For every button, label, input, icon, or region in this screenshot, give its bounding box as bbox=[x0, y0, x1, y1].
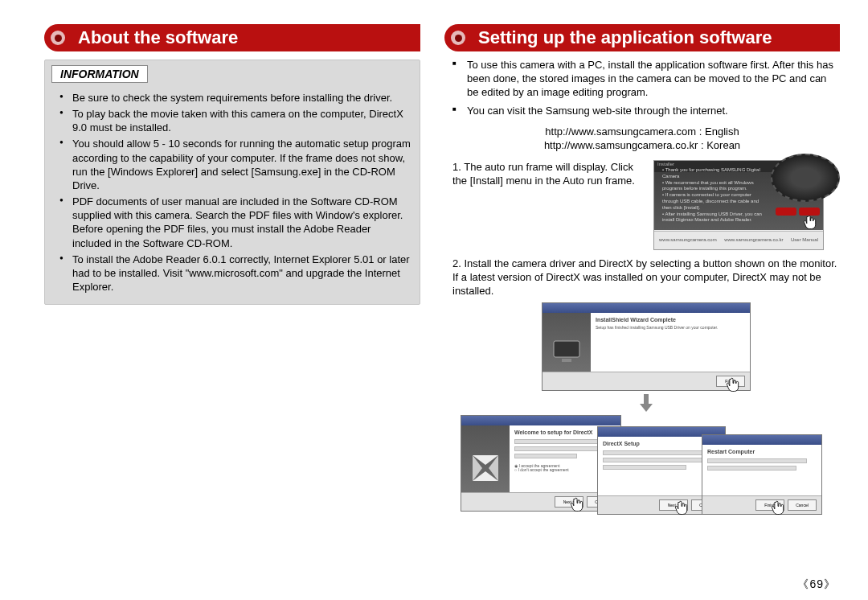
wizard-title: InstallShield Wizard Complete bbox=[596, 316, 745, 323]
info-item: To play back the movie taken with this c… bbox=[64, 107, 411, 134]
left-heading: About the software bbox=[78, 27, 238, 48]
step2-text: Install the camera driver and DirectX by… bbox=[452, 257, 837, 297]
hand-cursor-icon bbox=[674, 499, 690, 517]
arrow-down-icon bbox=[640, 394, 653, 412]
wizard-restart-computer: Restart Computer Finish Cancel bbox=[702, 434, 822, 515]
svg-rect-0 bbox=[554, 341, 579, 357]
installer-footer-right: User Manual bbox=[791, 237, 818, 244]
wizard-installshield-complete: InstallShield Wizard Complete Setup has … bbox=[542, 302, 751, 391]
installer-footer-mid: www.samsungcamera.co.kr bbox=[724, 237, 783, 244]
information-list: Be sure to check the system requirements… bbox=[64, 91, 411, 294]
info-item: Be sure to check the system requirements… bbox=[64, 91, 411, 105]
camera-product-oval bbox=[771, 154, 840, 202]
step-1: 1. The auto run frame will display. Clic… bbox=[452, 160, 840, 250]
url-korean: http://www.samsungcamera.co.kr : Korean bbox=[444, 138, 840, 152]
step1-text: The auto run frame will display. Click t… bbox=[452, 161, 635, 187]
information-box: INFORMATION Be sure to check the system … bbox=[44, 60, 420, 305]
installer-footer-left: www.samsungcamera.com bbox=[659, 237, 717, 244]
hand-cursor-icon bbox=[725, 376, 741, 394]
ribbon-bullet-icon bbox=[51, 31, 65, 45]
right-column: Setting up the application software To u… bbox=[444, 24, 840, 536]
left-heading-ribbon: About the software bbox=[44, 24, 420, 51]
intro-item: You can visit the Samsung web-site throu… bbox=[464, 104, 840, 117]
url-block: http://www.samsungcamera.com : English h… bbox=[444, 125, 840, 152]
intro-list: To use this camera with a PC, install th… bbox=[464, 58, 840, 118]
steps: 1. The auto run frame will display. Clic… bbox=[452, 160, 840, 536]
right-heading: Setting up the application software bbox=[478, 27, 772, 48]
step1-number: 1. bbox=[452, 161, 461, 173]
svg-rect-1 bbox=[562, 359, 571, 362]
right-heading-ribbon: Setting up the application software bbox=[444, 24, 840, 51]
intro-item: To use this camera with a PC, install th… bbox=[464, 58, 840, 99]
info-item: To install the Adobe Reader 6.0.1 correc… bbox=[64, 253, 411, 294]
step-2: 2. Install the camera driver and DirectX… bbox=[452, 257, 840, 298]
information-label: INFORMATION bbox=[51, 65, 148, 83]
wizard-cascade: Welcome to setup for DirectX ◉ I accept … bbox=[461, 415, 840, 536]
cancel-button[interactable]: Cancel bbox=[788, 499, 817, 511]
info-item: You should allow 5 - 10 seconds for runn… bbox=[64, 137, 411, 192]
hand-cursor-icon bbox=[802, 214, 818, 232]
ribbon-bullet-icon bbox=[451, 31, 465, 45]
page-number: 《69》 bbox=[797, 577, 836, 592]
step2-number: 2. bbox=[452, 257, 461, 269]
manual-page: About the software INFORMATION Be sure t… bbox=[0, 0, 868, 600]
info-item: PDF documents of user manual are include… bbox=[64, 195, 411, 250]
wizard-text: Setup has finished installing Samsung US… bbox=[596, 326, 745, 331]
svg-marker-3 bbox=[640, 404, 653, 412]
hand-cursor-icon bbox=[770, 499, 786, 517]
left-column: About the software INFORMATION Be sure t… bbox=[44, 24, 420, 536]
wizard-title: Restart Computer bbox=[707, 448, 817, 455]
hand-cursor-icon bbox=[569, 496, 585, 514]
url-english: http://www.samsungcamera.com : English bbox=[444, 125, 840, 138]
svg-rect-2 bbox=[644, 394, 649, 404]
